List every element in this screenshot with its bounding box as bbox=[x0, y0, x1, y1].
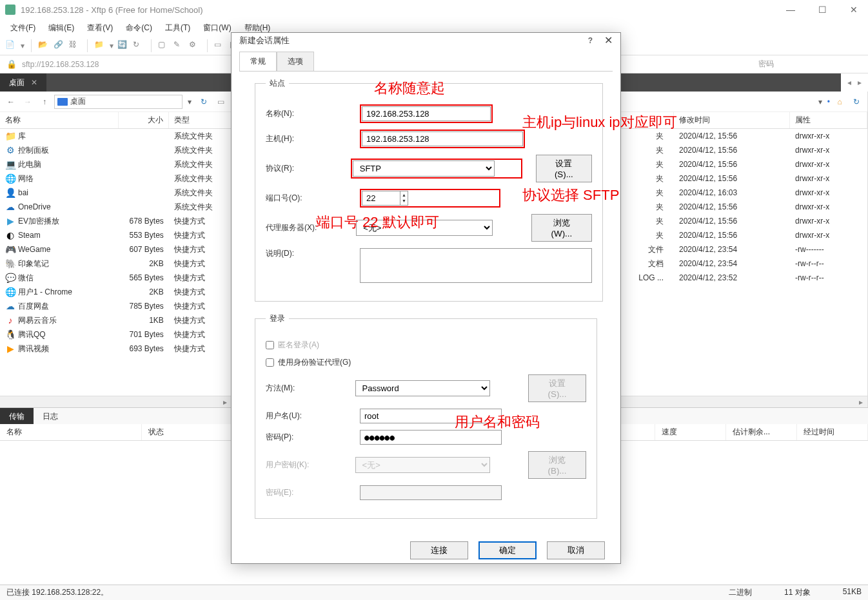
terminal-icon[interactable]: ▢ bbox=[158, 40, 170, 52]
desc-textarea[interactable] bbox=[360, 248, 592, 283]
dropdown-icon[interactable]: ▾ bbox=[21, 41, 25, 50]
cancel-button[interactable]: 取消 bbox=[547, 541, 605, 559]
file-size: 701 Bytes bbox=[119, 329, 169, 340]
table-row[interactable]: ⚙控制面板系统文件夹 bbox=[0, 143, 232, 157]
edit-icon[interactable]: ✎ bbox=[173, 40, 185, 52]
anon-checkbox[interactable] bbox=[266, 341, 274, 349]
path-dropdown-icon[interactable]: ▾ bbox=[185, 97, 194, 106]
status-size: 51KB bbox=[843, 587, 862, 598]
tab-transfer[interactable]: 传输 bbox=[0, 408, 34, 424]
host-input[interactable] bbox=[362, 131, 523, 146]
new-folder-icon[interactable]: 📁 bbox=[94, 40, 106, 52]
minimize-button[interactable]: — bbox=[781, 2, 800, 17]
table-row[interactable]: ♪网易云音乐1KB快捷方式 bbox=[0, 313, 232, 327]
table-row[interactable]: 🌐用户1 - Chrome2KB快捷方式 bbox=[0, 285, 232, 299]
agent-checkbox[interactable] bbox=[266, 358, 274, 367]
local-file-list[interactable]: 名称 大小 类型 📁库系统文件夹⚙控制面板系统文件夹💻此电脑系统文件夹🌐网络系统… bbox=[0, 112, 232, 396]
maximize-button[interactable]: ☐ bbox=[813, 2, 832, 17]
disconnect-icon[interactable]: ⛓ bbox=[69, 40, 81, 52]
tcol-est[interactable]: 估计剩余... bbox=[726, 424, 797, 440]
tab-prev-icon[interactable]: ◂ bbox=[847, 78, 851, 87]
protocol-select[interactable]: SFTP bbox=[353, 160, 495, 177]
table-row[interactable]: 🐧腾讯QQ701 Bytes快捷方式 bbox=[0, 327, 232, 342]
file-icon: 💻 bbox=[5, 159, 15, 169]
tcol-speed[interactable]: 速度 bbox=[655, 424, 726, 440]
help-icon[interactable]: ? bbox=[588, 36, 593, 45]
dropdown-icon[interactable]: ▾ bbox=[110, 41, 113, 50]
file-date: 2020/4/12, 15:56 bbox=[674, 229, 790, 241]
file-icon: 🐧 bbox=[5, 329, 15, 340]
table-row[interactable]: ☁百度网盘785 Bytes快捷方式 bbox=[0, 299, 232, 313]
file-type: 系统文件夹 bbox=[169, 172, 232, 186]
col-attr[interactable]: 属性 bbox=[790, 112, 867, 128]
table-row[interactable]: 💻此电脑系统文件夹 bbox=[0, 157, 232, 171]
local-scrollbar[interactable]: ▸ bbox=[0, 396, 232, 407]
table-row[interactable]: ▶EV加密播放678 Bytes快捷方式 bbox=[0, 214, 232, 228]
refresh-icon[interactable]: ↻ bbox=[849, 95, 863, 109]
table-row[interactable]: 🌐网络系统文件夹 bbox=[0, 171, 232, 186]
file-size: 2KB bbox=[119, 286, 169, 298]
protocol-settings-button[interactable]: 设置(S)... bbox=[536, 155, 592, 182]
method-select[interactable]: Password bbox=[355, 380, 490, 396]
up-icon[interactable]: ↑ bbox=[37, 95, 52, 109]
dialog-close-icon[interactable]: ✕ bbox=[604, 34, 613, 46]
close-button[interactable]: ✕ bbox=[845, 2, 863, 17]
table-row[interactable]: 🎮WeGame607 Bytes快捷方式 bbox=[0, 242, 232, 256]
file-size: 785 Bytes bbox=[119, 300, 169, 312]
tab-log[interactable]: 日志 bbox=[34, 408, 67, 424]
table-row[interactable]: ◐Steam553 Bytes快捷方式 bbox=[0, 228, 232, 242]
tcol-elapsed[interactable]: 经过时间 bbox=[797, 424, 868, 440]
tcol-status[interactable]: 状态 bbox=[142, 424, 232, 440]
tab-general[interactable]: 常规 bbox=[239, 52, 277, 72]
method-settings-button: 设置(S)... bbox=[528, 374, 586, 402]
menu-command[interactable]: 命令(C) bbox=[121, 20, 157, 36]
view-icon[interactable]: ▭ bbox=[213, 95, 228, 109]
table-row[interactable]: 👤bai系统文件夹 bbox=[0, 186, 232, 200]
local-path[interactable]: 桌面 bbox=[54, 95, 182, 109]
tab-close-icon[interactable]: ✕ bbox=[31, 78, 37, 87]
connect-button[interactable]: 连接 bbox=[410, 541, 468, 559]
sync-icon[interactable]: 🔄 bbox=[117, 40, 129, 52]
table-row[interactable]: 🐘印象笔记2KB快捷方式 bbox=[0, 256, 232, 271]
proxy-browse-button[interactable]: 浏览(W)... bbox=[531, 214, 592, 242]
table-row[interactable]: 💬微信565 Bytes快捷方式 bbox=[0, 271, 232, 285]
ok-button[interactable]: 确定 bbox=[478, 541, 537, 559]
menu-tools[interactable]: 工具(T) bbox=[160, 20, 195, 36]
back-icon[interactable]: ← bbox=[4, 95, 18, 109]
table-row[interactable]: ▶腾讯视频693 Bytes快捷方式 bbox=[0, 342, 232, 356]
col-type[interactable]: 类型 bbox=[169, 112, 232, 128]
new-icon[interactable]: 📄 bbox=[5, 40, 17, 52]
forward-icon[interactable]: → bbox=[21, 95, 35, 109]
settings-icon[interactable]: ⚙ bbox=[189, 40, 201, 52]
tcol-name[interactable]: 名称 bbox=[0, 424, 142, 440]
menu-view[interactable]: 查看(V) bbox=[82, 20, 118, 36]
password-field-label[interactable]: 密码 bbox=[758, 59, 862, 70]
pass-input[interactable] bbox=[360, 430, 502, 445]
tab-desktop[interactable]: 桌面 ✕ bbox=[0, 73, 46, 92]
port-down-icon[interactable]: ▼ bbox=[402, 198, 406, 204]
refresh-icon[interactable]: ↻ bbox=[197, 95, 211, 109]
table-row[interactable]: 📁库系统文件夹 bbox=[0, 129, 232, 143]
menu-edit[interactable]: 编辑(E) bbox=[43, 20, 79, 36]
port-up-icon[interactable]: ▲ bbox=[402, 192, 406, 198]
view-icon[interactable]: ▭ bbox=[214, 40, 226, 52]
menu-file[interactable]: 文件(F) bbox=[5, 20, 41, 36]
path-dropdown-icon[interactable]: ▾ bbox=[816, 97, 825, 106]
open-icon[interactable]: 📂 bbox=[38, 40, 50, 52]
tab-options[interactable]: 选项 bbox=[277, 52, 314, 72]
reconnect-icon[interactable]: 🔗 bbox=[54, 40, 65, 52]
col-size[interactable]: 大小 bbox=[119, 112, 169, 128]
file-attr: drwxr-xr-x bbox=[790, 173, 867, 184]
file-attr: drwxr-xr-x bbox=[790, 201, 867, 213]
col-date[interactable]: 修改时间 bbox=[674, 112, 790, 128]
port-input[interactable] bbox=[362, 191, 400, 206]
tab-next-icon[interactable]: ▸ bbox=[858, 78, 862, 87]
refresh-icon[interactable]: ↻ bbox=[133, 40, 144, 52]
desktop-icon bbox=[57, 98, 68, 106]
col-name[interactable]: 名称 bbox=[0, 112, 119, 128]
file-name: Steam bbox=[18, 231, 41, 240]
name-input[interactable] bbox=[362, 106, 491, 121]
table-row[interactable]: ☁OneDrive系统文件夹 bbox=[0, 200, 232, 214]
home-icon[interactable]: ⌂ bbox=[833, 95, 847, 109]
desc-label: 说明(D): bbox=[266, 248, 356, 259]
